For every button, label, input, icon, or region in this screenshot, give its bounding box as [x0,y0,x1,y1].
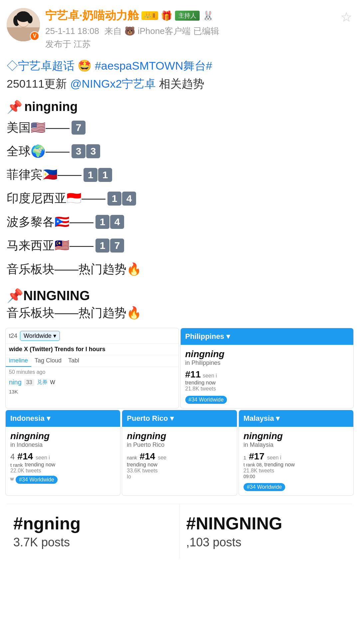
num-badge: 4 [110,215,124,229]
trend-item-pr: 波多黎各🇵🇷—— 1 4 [7,211,352,233]
id-rank-label: t rank [10,462,23,468]
ph-seen: seen i [203,373,217,379]
ww-trend-row: ning 33 兑券 W [6,377,179,389]
num-badges-ph: 1 1 [84,168,112,182]
id-name: ningning [10,431,115,441]
my-dropdown[interactable]: Malaysia ▾ [244,414,280,423]
malaysia-card: Malaysia ▾ ningning in Malaysia 1 #17 se… [239,410,354,496]
country-global: 全球🌍—— [7,141,70,162]
id-seen: seen i [36,455,50,461]
my-content: ningning in Malaysia 1 #17 seen i t rank… [239,427,353,495]
emoji-face: 🤩 [78,59,94,72]
id-rank-row: 4 #14 seen i [10,451,115,462]
screenshots-row1: t24 Worldwide ▾ wide X (Twitter) Trends … [5,328,354,408]
post-line2-end: 相关趋势 [159,77,204,90]
ph-location: in Philippines [185,359,349,366]
username[interactable]: 宁艺卓·奶喵动力舱 [45,8,139,23]
ww-time: 50 minutes ago [6,367,179,377]
ww-val2: 13K [6,389,179,397]
trend-item-id: 印度尼西亚🇮🇩—— 1 4 [7,188,352,209]
bottom-left-posts: 3.7K posts [13,535,173,549]
ph-content: ningning in Philippines #11 seen i trend… [181,345,354,408]
svg-point-8 [27,15,33,23]
post-container: V 宁艺卓·奶喵动力舱 👑 Ⅱ 🎁 主持人 🐰 25-1-11 18:08 来自… [0,0,359,567]
my-location: in Malaysia [244,441,349,448]
num-badges-my: 1 7 [95,239,124,253]
pr-rank: #14 [140,451,155,462]
indonesia-card: Indonesia ▾ ningning in Indonesia 4 #14 … [5,410,120,496]
pr-rank-row: nank #14 see [127,451,232,462]
ww-tab-table[interactable]: Tabl [65,355,83,367]
ww-tabs: imeline Tag Cloud Tabl [6,355,179,367]
worldwide-card: t24 Worldwide ▾ wide X (Twitter) Trends … [5,328,179,408]
bottom-right-tag: #NINGNING [186,513,346,533]
my-seen: seen i [267,455,281,461]
id-location: in Indonesia [10,441,115,448]
id-content: ningning in Indonesia 4 #14 seen i t ran… [6,427,120,488]
bottom-right: #NINGNING ,103 posts [180,504,353,559]
my-rank-row: 1 #17 seen i [244,451,349,462]
id-rank-val: 4 [10,452,15,461]
num-badges-id: 1 4 [107,192,136,206]
id-ww-row: w #34 Worldwide [10,474,115,484]
pr-seen: see [158,455,166,461]
pr-loca: lo [127,474,232,480]
ww-dropdown[interactable]: Worldwide ▾ [20,331,60,341]
my-worldwide-pill: #34 Worldwide [244,483,285,491]
id-ww-label: w [10,476,14,481]
pr-tweets: 33.6K tweets [127,468,232,474]
trend-item-ph: 菲律宾🇵🇭—— 1 1 [7,164,352,186]
bear-emoji: 🐻 [124,26,135,36]
topic-tag[interactable]: ◇宁艺卓超话 [7,59,75,72]
gift-emoji: 🎁 [161,10,172,21]
ww-tab-tagcloud[interactable]: Tag Cloud [31,355,65,367]
ph-dropdown[interactable]: Philippines ▾ [185,332,230,341]
pin-emoji2: 📌 [7,288,23,303]
post-text: ◇宁艺卓超话 🤩 #aespaSMTOWN舞台# 250111更新 @NINGx… [7,57,352,93]
star-button[interactable]: ☆ [340,9,352,25]
philippines-card: Philippines ▾ ningning in Philippines #1… [180,328,354,408]
trend-item-global: 全球🌍—— 3 3 [7,141,352,162]
ww-trend-name: ning [9,378,22,386]
bottom-left-tag: #ngning [13,513,173,533]
extra-emoji: 🐰 [202,10,214,21]
my-rank-val: 1 [244,455,246,460]
id-dropdown[interactable]: Indonesia ▾ [10,414,50,423]
avatar-wrap[interactable]: V [7,8,40,41]
pr-dropdown[interactable]: Puerto Rico ▾ [127,414,174,423]
ph-rank-row: #11 seen i [185,369,349,380]
pin-emoji: 📌 [7,100,22,114]
music-trend: 音乐板块——热门趋势🔥 [7,259,141,280]
host-badge: 主持人 [175,11,200,21]
pr-header: Puerto Rico ▾ [122,410,237,427]
num-badge: 7 [72,121,86,135]
hashtag1[interactable]: #aespaSMTOWN舞台# [95,59,212,72]
my-status-row: t rank 08, trending now [244,462,349,468]
my-header: Malaysia ▾ [239,410,353,427]
location-line: 发布于 江苏 [45,38,335,50]
my-name: ningning [244,431,349,441]
my-trending: trending now [264,462,295,468]
num-badge: 3 [86,144,100,158]
my-time: 09:00 [244,474,349,479]
trend-item-usa: 美国🇺🇸—— 7 [7,117,352,139]
ww-t24: t24 [9,332,17,339]
my-tweets: 21.8K tweets [244,468,349,474]
id-status-row: t rank trending now [10,462,115,468]
num-badge: 1 [98,168,112,182]
ph-header: Philippines ▾ [181,328,354,345]
ww-dropdown-label: Worldwide ▾ [24,332,56,339]
ww-tab-timeline[interactable]: imeline [6,355,31,367]
pr-trending: trending now [127,462,232,468]
id-rank: #14 [17,451,33,462]
client: iPhone客户端 [138,25,191,37]
num-badges-global: 3 3 [72,144,100,158]
location-prefix: 发布于 [45,39,71,49]
num-badge: 7 [110,239,124,253]
mention[interactable]: @NINGx2宁艺卓 [70,77,156,90]
meta-line: 25-1-11 18:08 来自 🐻 iPhone客户端 已编辑 [45,25,335,37]
section2-title: 📌NINGNING [7,288,352,304]
num-badges-pr: 1 4 [95,215,124,229]
pr-name: ningning [127,431,232,441]
ph-worldwide-pill: #34 Worldwide [185,396,227,404]
